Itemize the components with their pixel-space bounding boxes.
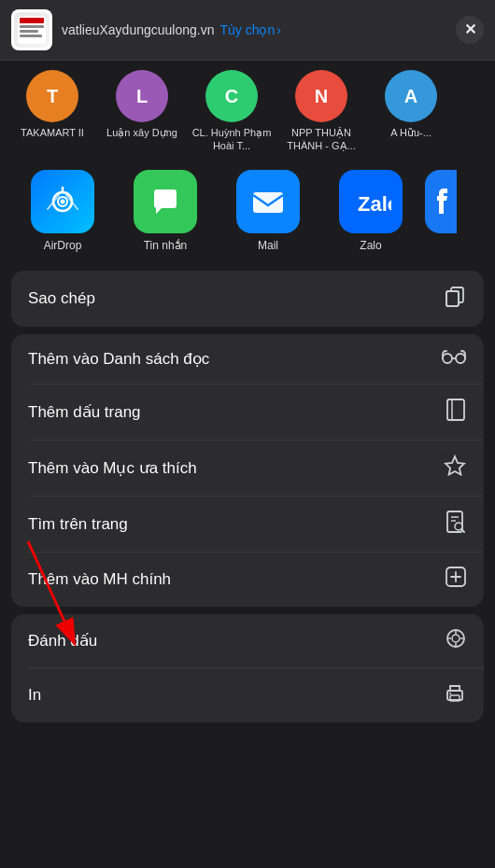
contact-avatar: A [385, 70, 437, 122]
app-item-mail[interactable]: Mail [217, 170, 319, 252]
contact-item[interactable]: C CL. Huỳnh Phạm Hoài T... [187, 70, 276, 153]
app-item-zalo[interactable]: Zalo Zalo [319, 170, 422, 252]
svg-rect-2 [20, 25, 44, 28]
contact-name: CL. Huỳnh Phạm Hoài T... [191, 126, 273, 153]
svg-point-8 [61, 199, 65, 203]
action-label: Thêm vào MH chính [28, 570, 171, 589]
chevron-right-icon: › [276, 22, 281, 37]
action-label: Đánh dấu [28, 631, 97, 651]
browser-url: vatlieuXaydungcuulong.vn Tùy chọn › [62, 22, 446, 37]
svg-rect-1 [20, 18, 44, 23]
svg-marker-18 [446, 456, 464, 475]
action-section-1: Sao chép [11, 271, 484, 327]
contact-avatar: N [295, 70, 347, 122]
svg-point-15 [456, 354, 465, 363]
svg-text:Zalo: Zalo [358, 192, 391, 216]
favicon [11, 9, 52, 50]
contact-item[interactable]: L Luận xây Dựng [97, 70, 187, 153]
contact-name: TAKAMART II [21, 126, 84, 139]
partial-app-icon [425, 170, 457, 233]
app-label: Zalo [360, 239, 381, 252]
action-add-to-home[interactable]: Thêm vào MH chính [11, 553, 484, 607]
contact-item[interactable]: A A Hữu-... [366, 70, 456, 153]
contact-avatar: C [205, 70, 258, 122]
contact-item[interactable]: N NPP THUẬN THÀNH - GẠ... [276, 70, 366, 153]
app-item-partial[interactable] [422, 170, 460, 252]
app-item-messages[interactable]: Tin nhắn [114, 170, 217, 252]
search-doc-icon [445, 510, 467, 539]
contact-avatar: L [116, 70, 168, 122]
svg-point-14 [443, 354, 452, 363]
url-text: vatlieuXaydungcuulong.vn [62, 22, 214, 37]
app-label: AirDrop [44, 239, 82, 252]
action-add-favorites[interactable]: Thêm vào Mục ưa thích [11, 441, 484, 497]
action-label: Sao chép [28, 289, 95, 308]
apps-row: AirDrop Tin nhắn Mail [0, 162, 495, 263]
contact-item[interactable]: T TAKAMART II [7, 70, 97, 153]
svg-rect-3 [20, 30, 38, 33]
app-label: Tin nhắn [144, 239, 188, 252]
star-icon [443, 454, 467, 483]
action-section-2: Thêm vào Danh sách đọc Thêm dấu trang [11, 334, 484, 607]
action-find-on-page[interactable]: Tìm trên trang [11, 497, 484, 553]
url-option[interactable]: Tùy chọn › [219, 22, 280, 37]
add-square-icon [445, 566, 467, 594]
contacts-row: T TAKAMART II L Luận xây Dựng C CL. Huỳn… [0, 61, 495, 162]
app-label: Mail [258, 239, 278, 252]
book-icon [445, 398, 467, 427]
svg-rect-16 [447, 399, 464, 420]
contact-name: NPP THUẬN THÀNH - GẠ... [280, 126, 362, 153]
action-markup[interactable]: Đánh dấu [11, 614, 484, 668]
app-item-airdrop[interactable]: AirDrop [11, 170, 114, 252]
close-button[interactable]: ✕ [456, 16, 484, 44]
action-label: Thêm dấu trang [28, 402, 141, 422]
contact-avatar: T [26, 70, 78, 122]
action-label: In [28, 686, 41, 705]
action-add-reading-list[interactable]: Thêm vào Danh sách đọc [11, 334, 484, 385]
markup-icon [445, 627, 467, 655]
share-sheet: vatlieuXaydungcuulong.vn Tùy chọn › ✕ T … [0, 0, 495, 722]
action-section-3: Đánh dấu In [11, 614, 484, 722]
airdrop-icon [31, 170, 94, 233]
glasses-icon [441, 347, 467, 371]
zalo-icon: Zalo [339, 170, 403, 233]
action-add-bookmark[interactable]: Thêm dấu trang [11, 385, 484, 441]
mail-icon [236, 170, 300, 233]
svg-point-35 [449, 693, 451, 694]
browser-bar: vatlieuXaydungcuulong.vn Tùy chọn › ✕ [0, 0, 495, 61]
contact-name: A Hữu-... [390, 126, 431, 139]
svg-rect-4 [20, 35, 42, 37]
messages-icon [134, 170, 197, 233]
svg-rect-19 [447, 511, 462, 532]
favicon-inner [14, 12, 50, 48]
print-icon [443, 681, 467, 709]
action-label: Thêm vào Mục ưa thích [28, 458, 197, 478]
action-label: Thêm vào Danh sách đọc [28, 349, 209, 369]
option-label: Tùy chọn [219, 22, 275, 37]
close-icon: ✕ [464, 22, 476, 37]
svg-point-28 [452, 635, 460, 642]
copy-icon [443, 284, 467, 314]
svg-rect-9 [253, 192, 283, 213]
action-print[interactable]: In [11, 668, 484, 722]
contact-name: Luận xây Dựng [106, 126, 177, 139]
action-sao-chep[interactable]: Sao chép [11, 271, 484, 327]
action-label: Tìm trên trang [28, 515, 128, 534]
svg-rect-12 [446, 291, 459, 306]
